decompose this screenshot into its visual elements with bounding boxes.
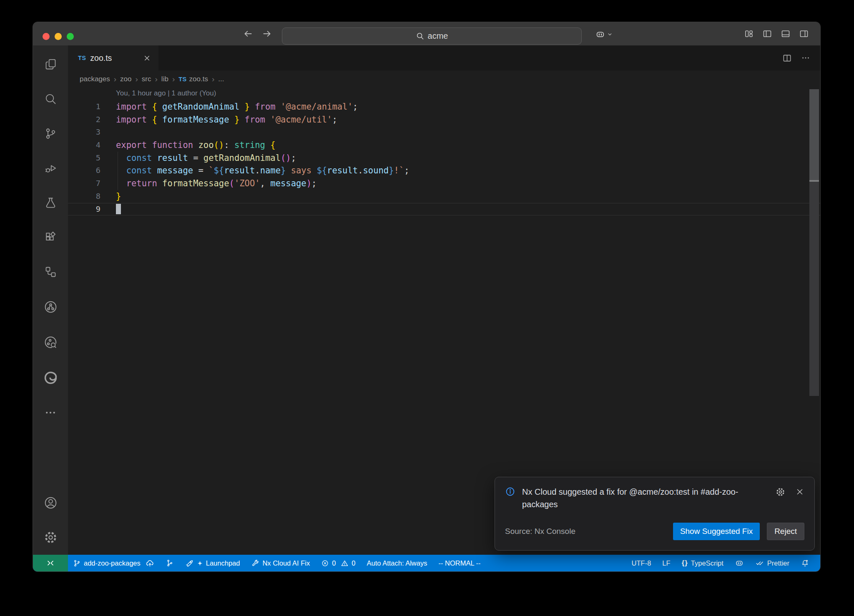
reject-button[interactable]: Reject (767, 523, 804, 540)
accounts-icon[interactable] (44, 496, 58, 510)
line-number: 7 (68, 177, 100, 190)
line-number: 2 (68, 113, 100, 126)
launchpad-status-item[interactable]: Launchpad (185, 559, 240, 568)
git-branch-icon (73, 559, 81, 567)
cloud-upload-icon (146, 559, 154, 568)
branch-status-item[interactable]: add-zoo-packages (73, 559, 154, 568)
split-editor-icon[interactable] (782, 53, 792, 63)
language-label: TypeScript (691, 559, 723, 567)
close-window-button[interactable] (43, 33, 50, 40)
notifications-status-item[interactable] (801, 559, 809, 568)
auto-attach-status-item[interactable]: Auto Attach: Always (367, 559, 427, 567)
breadcrumb-item[interactable]: ... (218, 75, 224, 83)
nx-console-icon[interactable] (44, 300, 58, 314)
code-line-5[interactable]: 5 const result = getRandomAnimal(); (68, 152, 820, 165)
more-actions-icon[interactable] (801, 53, 810, 63)
vim-mode-label: -- NORMAL -- (438, 559, 480, 567)
source-control-graph-status-item[interactable] (166, 559, 174, 567)
block-cursor (116, 204, 121, 214)
back-icon[interactable] (243, 28, 254, 39)
notification-close-icon[interactable] (795, 487, 804, 497)
breadcrumb-separator: › (172, 75, 175, 84)
blame-annotation: You, 1 hour ago | 1 author (You) (68, 88, 820, 100)
status-bar: add-zoo-packages Launchpad (33, 555, 820, 571)
code-line-6[interactable]: 6 const message = `${result.name} says $… (68, 164, 820, 177)
code-lines: 1import { getRandomAnimal } from '@acme/… (68, 100, 820, 215)
code-line-8[interactable]: 8} (68, 190, 820, 203)
code-line-4[interactable]: 4export function zoo(): string { (68, 139, 820, 152)
line-number: 6 (68, 164, 100, 177)
notification-settings-gear-icon[interactable] (776, 487, 785, 497)
edge-devtools-icon[interactable] (44, 371, 58, 385)
code-line-2[interactable]: 2import { formatMessage } from '@acme/ut… (68, 113, 820, 126)
notification-toast: Nx Cloud suggested a fix for @acme/zoo:t… (495, 477, 815, 551)
forward-icon[interactable] (261, 28, 272, 39)
search-view-icon[interactable] (44, 93, 57, 105)
run-debug-icon[interactable] (44, 162, 57, 175)
remote-icon (46, 558, 55, 568)
history-nav (243, 28, 272, 39)
wrench-icon (251, 559, 259, 567)
desktop: acme (0, 0, 854, 616)
commit-graph-icon (166, 559, 174, 567)
sparkle-icon (197, 560, 203, 566)
vim-mode-status-item[interactable]: -- NORMAL -- (438, 559, 480, 567)
tab-zoo-ts[interactable]: TS zoo.ts (68, 45, 158, 70)
line-number: 8 (68, 190, 100, 203)
breadcrumb-separator: › (212, 75, 214, 84)
project-graph-icon[interactable] (44, 265, 57, 278)
tab-bar: TS zoo.ts (68, 45, 820, 70)
close-tab-icon[interactable] (143, 54, 151, 62)
indent-guide (118, 152, 118, 190)
eol-label: LF (662, 559, 670, 567)
launchpad-label: Launchpad (206, 559, 240, 567)
breadcrumb-item[interactable]: packages (80, 75, 110, 83)
eol-status-item[interactable]: LF (662, 559, 670, 567)
command-center-search[interactable]: acme (282, 28, 582, 45)
traffic-lights (43, 33, 74, 40)
nx-cloud-fix-status-item[interactable]: Nx Cloud AI Fix (251, 559, 310, 567)
problems-status-item[interactable]: 0 0 (321, 559, 355, 567)
error-count: 0 (332, 559, 336, 567)
minimize-window-button[interactable] (55, 33, 62, 40)
toggle-secondary-sidebar-icon[interactable] (799, 29, 809, 39)
breadcrumb-item[interactable]: zoo (120, 75, 131, 83)
tab-label: zoo.ts (90, 53, 112, 63)
code-line-1[interactable]: 1import { getRandomAnimal } from '@acme/… (68, 100, 820, 113)
explorer-icon[interactable] (44, 58, 57, 71)
extensions-icon[interactable] (44, 231, 57, 244)
toggle-panel-icon[interactable] (781, 29, 791, 39)
settings-gear-icon[interactable] (44, 531, 58, 544)
notification-message: Nx Cloud suggested a fix for @acme/zoo:t… (522, 486, 764, 511)
testing-icon[interactable] (44, 196, 57, 209)
source-control-icon[interactable] (44, 127, 57, 140)
editor-actions (782, 45, 810, 70)
language-status-item[interactable]: {} TypeScript (682, 559, 723, 567)
code-line-9[interactable]: 9 (68, 203, 820, 216)
scrollbar-thumb[interactable] (809, 89, 819, 180)
line-number: 9 (68, 203, 100, 216)
search-icon (416, 32, 424, 40)
zoom-window-button[interactable] (67, 33, 74, 40)
scrollbar-track-lower[interactable] (809, 182, 819, 396)
more-views-icon[interactable] (44, 406, 57, 419)
toggle-primary-sidebar-icon[interactable] (762, 29, 772, 39)
formatter-label: Prettier (767, 559, 789, 567)
nx-cloud-icon[interactable] (44, 336, 58, 349)
breadcrumb-item[interactable]: src (142, 75, 151, 83)
breadcrumb-separator: › (114, 75, 116, 84)
search-value: acme (428, 31, 448, 41)
code-line-7[interactable]: 7 return formatMessage('ZOO', message); (68, 177, 820, 190)
copilot-status-item[interactable] (735, 558, 744, 568)
remote-indicator[interactable] (33, 555, 68, 571)
typescript-file-icon: TS (78, 55, 86, 61)
encoding-status-item[interactable]: UTF-8 (632, 559, 651, 567)
formatter-status-item[interactable]: Prettier (755, 558, 789, 568)
code-line-3[interactable]: 3 (68, 126, 820, 139)
breadcrumb-separator: › (136, 75, 138, 84)
breadcrumb-item[interactable]: lib (161, 75, 168, 83)
breadcrumb-item[interactable]: TSzoo.ts (178, 75, 208, 83)
show-suggested-fix-button[interactable]: Show Suggested Fix (673, 523, 760, 540)
customize-layout-icon[interactable] (744, 29, 754, 39)
copilot-menu[interactable] (595, 29, 613, 40)
